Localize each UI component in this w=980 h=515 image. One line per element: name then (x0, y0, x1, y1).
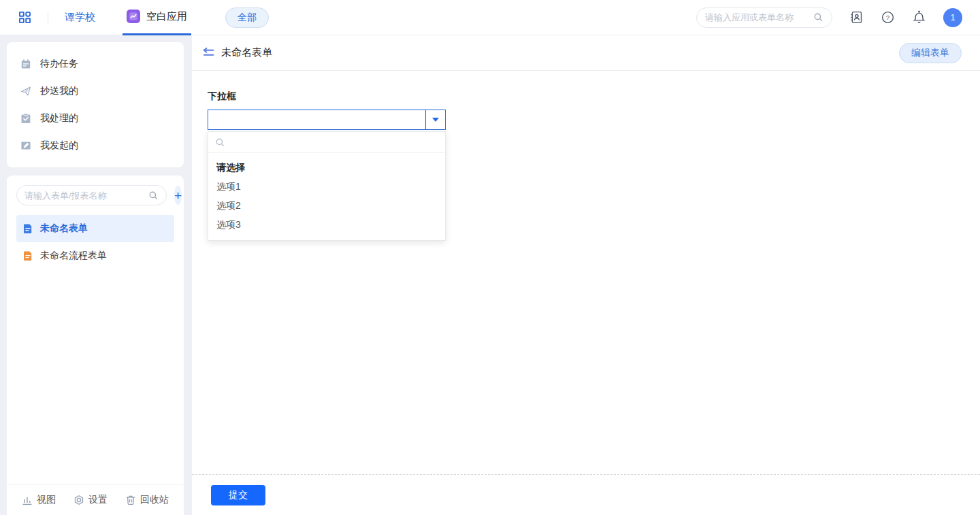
workspace-name[interactable]: 谭学校 (65, 11, 95, 24)
footer-label: 回收站 (140, 494, 169, 506)
form-doc-icon (22, 223, 33, 234)
form-header: 未命名表单 编辑表单 (192, 35, 980, 71)
option-2[interactable]: 选项2 (208, 196, 445, 215)
recycle-bin-button[interactable]: 回收站 (125, 494, 169, 506)
search-icon (813, 12, 823, 22)
search-icon (215, 137, 225, 148)
option-please-select[interactable]: 请选择 (208, 158, 445, 177)
form-search[interactable] (16, 185, 167, 205)
dropdown-options: 请选择 选项1 选项2 选项3 (208, 153, 445, 240)
topbar: 谭学校 空白应用 全部 (0, 0, 980, 35)
sidebar-item-cc-to-me[interactable]: 抄送我的 (7, 78, 184, 105)
flow-form-doc-icon (22, 250, 33, 261)
svg-text:?: ? (886, 14, 889, 21)
submit-button[interactable]: 提交 (211, 485, 265, 505)
app-icon (127, 10, 140, 23)
filter-all-button[interactable]: 全部 (225, 7, 269, 28)
option-1[interactable]: 选项1 (208, 177, 445, 196)
sidebar-item-handled-by-me[interactable]: 我处理的 (7, 105, 184, 132)
menu-label: 抄送我的 (40, 85, 78, 97)
sidebar-footer: 视图 设置 回收站 (7, 484, 184, 515)
global-search-input[interactable] (705, 12, 809, 22)
notifications-bell-icon[interactable] (912, 10, 926, 24)
apps-grid-icon[interactable] (18, 11, 31, 24)
clipboard-check-icon (20, 113, 31, 124)
form-list-item-untitled-flow-form[interactable]: 未命名流程表单 (16, 242, 174, 269)
sidebar: 待办任务 抄送我的 我处理的 (0, 35, 192, 515)
form-footer: 提交 (192, 474, 980, 515)
sidebar-forms-panel: + 未命名表单 未命名流程表单 (7, 176, 184, 515)
footer-label: 设置 (88, 494, 108, 506)
views-button[interactable]: 视图 (22, 494, 56, 506)
form-search-input[interactable] (24, 190, 144, 201)
avatar[interactable]: 1 (943, 8, 962, 27)
form-item-label: 未命名流程表单 (40, 250, 107, 262)
trash-icon (125, 495, 136, 505)
chart-icon (22, 495, 33, 505)
topbar-divider (48, 12, 48, 24)
edit-form-button[interactable]: 编辑表单 (899, 43, 962, 63)
dropdown-panel: 请选择 选项1 选项2 选项3 (208, 131, 446, 241)
dropdown-input[interactable] (208, 110, 425, 129)
field-label: 下拉框 (208, 90, 980, 103)
page-title: 未命名表单 (221, 46, 272, 59)
menu-label: 待办任务 (40, 58, 78, 70)
sidebar-item-todo-tasks[interactable]: 待办任务 (7, 50, 184, 78)
dropdown-search[interactable] (208, 132, 445, 153)
help-icon[interactable]: ? (881, 10, 895, 24)
calendar-icon (20, 59, 31, 69)
edit-doc-icon (20, 140, 31, 151)
settings-button[interactable]: 设置 (74, 494, 108, 506)
form-item-label: 未命名表单 (40, 222, 88, 235)
footer-label: 视图 (37, 494, 56, 506)
menu-label: 我处理的 (40, 112, 78, 124)
collapse-sidebar-icon[interactable] (202, 46, 215, 59)
send-icon (20, 86, 31, 97)
option-3[interactable]: 选项3 (208, 215, 445, 234)
contacts-icon[interactable] (849, 10, 864, 24)
form-body: 下拉框 (192, 71, 980, 474)
sidebar-task-menu: 待办任务 抄送我的 我处理的 (7, 42, 184, 167)
sidebar-item-initiated-by-me[interactable]: 我发起的 (7, 132, 184, 159)
tab-label: 空白应用 (146, 10, 187, 23)
gear-icon (74, 495, 84, 505)
menu-label: 我发起的 (40, 139, 78, 152)
caret-down-icon (432, 118, 439, 122)
search-icon (148, 190, 159, 201)
tab-blank-app[interactable]: 空白应用 (122, 0, 191, 35)
main-panel: 未命名表单 编辑表单 下拉框 (192, 35, 980, 515)
dropdown-select[interactable] (208, 110, 446, 130)
add-form-button[interactable]: + (174, 186, 182, 205)
global-search[interactable] (696, 7, 832, 28)
form-list-item-untitled-form[interactable]: 未命名表单 (16, 215, 174, 242)
dropdown-caret-button[interactable] (425, 110, 445, 129)
